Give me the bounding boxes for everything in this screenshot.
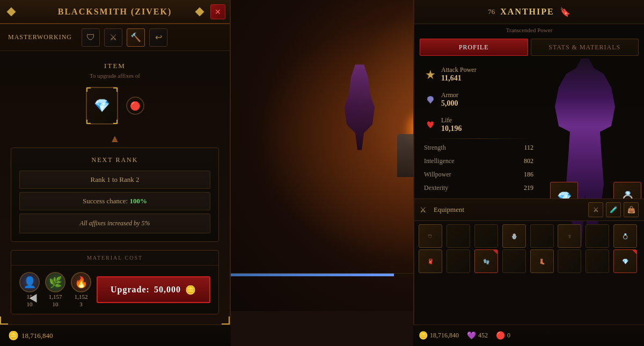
- equip-slot-13[interactable]: 👢: [530, 249, 554, 273]
- mat-icon-3: 🔥: [71, 272, 91, 292]
- material-item-3: 🔥 1,152 3: [71, 272, 91, 307]
- willpower-label: Willpower: [424, 171, 451, 179]
- armor-label: Armor: [441, 91, 533, 99]
- upgrade-label: Upgrade:: [111, 285, 150, 295]
- mat-sub-2: 10: [53, 301, 58, 307]
- equip-icon: ⚔: [420, 205, 427, 215]
- rank-row: Rank 1 to Rank 2: [19, 171, 210, 189]
- armor-value: 5,000: [441, 99, 533, 108]
- stats-area: Attack Power 11,641 Armor 5,000 Life: [414, 58, 543, 199]
- blacksmith-panel: BLACKSMITH (ZIVEK) ✕ MASTERWORKING 🛡 ⚔ 🔨…: [0, 0, 231, 346]
- gold-coin-left: 🪙: [8, 330, 19, 341]
- hammer-tab[interactable]: 🔨: [127, 28, 145, 47]
- affix-row: All affixes increased by 5%: [19, 214, 210, 233]
- equip-slot-15[interactable]: [586, 249, 609, 273]
- deco-arrow: ▲: [0, 132, 230, 145]
- item-slots: 💎 🔴: [86, 87, 144, 124]
- upgrade-button[interactable]: Upgrade: 50,000 🪙: [97, 276, 210, 303]
- material-section: MATERIAL COST 👤 15 10 🌿 1,157 10 🔥 1,152…: [11, 250, 219, 314]
- gem-icon: 🔴: [130, 101, 141, 111]
- attack-power-value: 11,641: [441, 74, 533, 83]
- dexterity-value: 219: [524, 184, 533, 192]
- stats-tab[interactable]: Stats & Materials: [531, 39, 639, 56]
- armor-row: Armor 5,000: [420, 88, 538, 111]
- close-button[interactable]: ✕: [210, 4, 225, 19]
- character-panel: 76 XANTHIPE 🔖 Transcended Power Profile …: [413, 0, 644, 346]
- blacksmith-tabs: MASTERWORKING 🛡 ⚔ 🔨 ↩: [0, 24, 230, 51]
- back-tab[interactable]: ↩: [149, 28, 167, 47]
- dexterity-label: Dexterity: [424, 184, 448, 192]
- intelligence-value: 802: [524, 157, 533, 165]
- life-row: Life 10,196: [420, 113, 538, 136]
- strength-row: Strength 112: [420, 141, 538, 154]
- upgrade-cost: 50,000: [154, 285, 181, 295]
- armor-icon: [424, 93, 437, 106]
- equip-slot-4[interactable]: 🪬: [502, 224, 526, 248]
- mat-count-2: 1,157: [49, 293, 62, 300]
- equip-tab-bag[interactable]: 👜: [624, 202, 639, 217]
- material-title: MATERIAL COST: [11, 251, 218, 266]
- stats-divider: [424, 138, 533, 139]
- blacksmith-title: BLACKSMITH (ZIVEK): [58, 7, 172, 17]
- gold-amount-left: 18,716,840: [21, 332, 53, 340]
- red-currency-value: 0: [507, 332, 510, 340]
- equip-grid: ⛑ 🪬 🗡 💍 🧣 🧤 👢 💎: [414, 221, 644, 276]
- material-row: 👤 15 10 🌿 1,157 10 🔥 1,152 3 Upgrade: 50…: [11, 266, 218, 314]
- profile-tab[interactable]: Profile: [420, 39, 528, 56]
- equip-slot-12[interactable]: [502, 249, 526, 273]
- bookmark-icon: 🔖: [560, 7, 570, 17]
- mode-label: MASTERWORKING: [8, 33, 72, 41]
- sword-tab[interactable]: ⚔: [104, 28, 122, 47]
- next-rank-section: NEXT RANK Rank 1 to Rank 2 Success chanc…: [11, 148, 219, 242]
- equip-tab-potion[interactable]: 🧪: [606, 202, 621, 217]
- equip-slot-3[interactable]: [474, 224, 498, 248]
- purple-currency-icon: 💜: [467, 331, 476, 340]
- strength-label: Strength: [424, 144, 446, 152]
- equipment-section: ⚔ Equipment ⚔ 🧪 👜 ⛑ 🪬 🗡 💍 🧣 🧤 👢: [414, 198, 644, 325]
- xp-bar-fill: [231, 274, 394, 276]
- gold-amount-right: 18,716,840: [430, 332, 459, 340]
- dexterity-row: Dexterity 219: [420, 181, 538, 195]
- right-bottom-bar: 🪙 18,716,840 💜 452 🔴 0: [413, 325, 644, 346]
- equip-slot-11[interactable]: 🧤: [474, 249, 498, 273]
- willpower-row: Willpower 186: [420, 168, 538, 181]
- willpower-value: 186: [524, 171, 533, 179]
- equip-slot-16[interactable]: 💎: [613, 249, 637, 273]
- item-section: ITEM To upgrade affixes of 💎 🔴: [0, 51, 230, 130]
- char-subtitle: Transcended Power: [414, 24, 644, 36]
- material-item-2: 🌿 1,157 10: [45, 272, 65, 307]
- success-value: 100%: [129, 197, 147, 205]
- header-diamond-left: [7, 7, 16, 16]
- panel-corner-br: [222, 316, 230, 325]
- shield-tab[interactable]: 🛡: [82, 28, 100, 47]
- equip-slot-14[interactable]: [558, 249, 581, 273]
- intelligence-row: Intelligence 802: [420, 154, 538, 168]
- equip-slot-7[interactable]: [586, 224, 609, 248]
- intelligence-label: Intelligence: [424, 157, 455, 165]
- equip-slot-1[interactable]: ⛑: [419, 224, 442, 248]
- strength-value: 112: [524, 144, 533, 152]
- mat-icon-2: 🌿: [45, 272, 65, 292]
- item-icon: 💎: [94, 98, 110, 113]
- gem-slot[interactable]: 🔴: [126, 97, 144, 115]
- success-row: Success chance: 100%: [19, 192, 210, 210]
- main-item-slot[interactable]: 💎: [86, 87, 118, 124]
- equip-slot-9[interactable]: 🧣: [419, 249, 442, 273]
- equip-slot-5[interactable]: [530, 224, 554, 248]
- attack-power-label: Attack Power: [441, 66, 533, 74]
- left-bottom-bar: 🪙 18,716,840: [0, 325, 231, 346]
- equip-slot-8[interactable]: 💍: [613, 224, 637, 248]
- char-name: XANTHIPE: [500, 7, 554, 17]
- red-currency-icon: 🔴: [496, 331, 505, 340]
- attack-power-info: Attack Power 11,641: [441, 66, 533, 83]
- profile-stats-tabs: Profile Stats & Materials: [420, 39, 639, 56]
- equip-slot-2[interactable]: [447, 224, 470, 248]
- equip-slot-6[interactable]: 🗡: [558, 224, 581, 248]
- mat-sub-3: 3: [79, 301, 83, 307]
- equip-tab-sword[interactable]: ⚔: [588, 202, 603, 217]
- mat-count-3: 1,152: [75, 293, 88, 300]
- life-value: 10,196: [441, 124, 533, 133]
- purple-currency-display: 💜 452: [467, 331, 488, 340]
- equip-slot-10[interactable]: [447, 249, 470, 273]
- mat-icon-1: 👤: [19, 272, 40, 292]
